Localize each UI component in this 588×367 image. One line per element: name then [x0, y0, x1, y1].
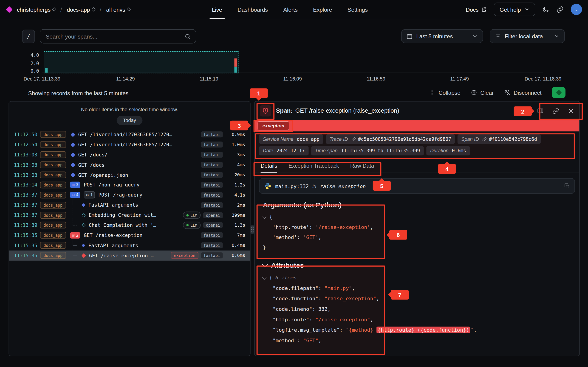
children-count-badge[interactable]: ⊞3 — [70, 182, 80, 188]
close-icon[interactable] — [568, 108, 574, 114]
code-line: "method": "GET", — [263, 335, 571, 346]
detail-tab-raw-data[interactable]: Raw Data — [350, 163, 374, 173]
trace-row[interactable]: 11:15:35docs_app⊟2GET /raise-exceptionfa… — [9, 230, 250, 240]
code-segment: 'GET' — [303, 234, 318, 240]
meta-value: #c5ec5005042796e91d5db42ca9fd9807 — [358, 136, 451, 142]
code-segment: 'method' — [273, 234, 297, 240]
filter-label: Filter local data — [505, 33, 543, 40]
live-status-button[interactable] — [552, 87, 565, 98]
link-icon[interactable] — [552, 108, 559, 114]
span-kind-icon — [81, 203, 85, 207]
children-count-badge[interactable]: ⊟2 — [70, 232, 80, 239]
code-segment: , — [376, 295, 379, 301]
collapse-chevron-icon[interactable] — [262, 275, 267, 279]
trace-row-time: 11:15:35 — [14, 233, 40, 238]
python-icon — [264, 182, 271, 190]
trace-row[interactable]: 11:13:14docs_app⊞3POST /non-rag-queryfas… — [9, 180, 250, 190]
top-nav: christophergs / docs-app / all envs Live… — [0, 0, 588, 19]
trace-row[interactable]: 11:15:35docs_appFastAPI argumentsfastapi… — [9, 240, 250, 250]
code-segment: "{method} — [346, 327, 376, 333]
detail-header-icons — [537, 108, 574, 114]
code-segment: : — [309, 224, 315, 230]
trace-row-time: 11:13:37 — [14, 192, 40, 198]
filter-button[interactable]: Filter local data — [490, 29, 565, 43]
exception-banner: exception — [255, 120, 579, 131]
meta-value: 11:15:35.399 to 11:15:35.399 — [341, 148, 420, 153]
tab-dashboards[interactable]: Dashboards — [237, 0, 268, 19]
tab-live[interactable]: Live — [212, 0, 222, 19]
filter-icon — [495, 33, 501, 39]
badge-count: 1 — [90, 193, 93, 198]
tab-settings[interactable]: Settings — [347, 0, 368, 19]
trace-row[interactable]: 11:13:37docs_appFastAPI argumentsfastapi… — [9, 200, 250, 210]
tree-connector-icon — [73, 250, 79, 261]
avatar[interactable]: - — [571, 4, 582, 15]
detail-tab-exception-traceback[interactable]: Exception Traceback — [288, 163, 339, 173]
meta-label: Trace ID — [330, 136, 348, 142]
time-selection-brush[interactable] — [44, 51, 239, 73]
today-pill[interactable]: Today — [117, 116, 142, 125]
code-segment: , — [318, 337, 321, 343]
span-duration: 1.3s — [226, 223, 245, 228]
panel-resize-handle[interactable] — [251, 225, 254, 234]
trace-row[interactable]: 11:15:35docs_appGET /raise-exception …ex… — [9, 250, 250, 261]
meta-duration: Duration0.6ms — [426, 146, 470, 156]
collapse-chevron-icon[interactable] — [262, 215, 267, 219]
meta-label: Time span — [315, 148, 338, 153]
search-shortcut-key[interactable]: / — [22, 30, 35, 43]
code-segment: : — [318, 285, 325, 291]
attributes-section-toggle[interactable]: Attributes — [263, 261, 571, 270]
records-window-text: Showing records from the last 5 minutes — [28, 90, 128, 96]
link-icon — [556, 6, 564, 13]
children-count-badge[interactable]: ⊘1 — [84, 192, 95, 199]
tab-alerts[interactable]: Alerts — [283, 0, 298, 19]
env-selector[interactable]: all envs — [106, 6, 130, 13]
span-duration: 7ms — [226, 233, 245, 238]
docs-link[interactable]: Docs — [466, 6, 487, 13]
get-help-label: Get help — [500, 6, 521, 13]
span-name: GET /livereload/1270363685/1270… — [78, 132, 172, 137]
search-input[interactable] — [45, 33, 184, 40]
get-help-button[interactable]: Get help — [494, 2, 535, 16]
detail-tab-details[interactable]: Details — [261, 163, 277, 173]
search-box — [40, 29, 196, 43]
time-range-button[interactable]: Last 5 minutes — [401, 29, 483, 43]
meta-trace-id[interactable]: Trace ID#c5ec5005042796e91d5db42ca9fd980… — [326, 134, 455, 144]
collapse-button[interactable]: Collapse — [429, 89, 460, 96]
service-tag: fastapi — [201, 232, 223, 238]
main-nav-tabs: LiveDashboardsAlertsExploreSettings — [212, 0, 368, 19]
trace-row[interactable]: 11:12:50docs_appGET /livereload/12703636… — [9, 130, 250, 140]
share-link-button[interactable] — [556, 6, 564, 13]
trace-row[interactable]: 11:13:37docs_app⊟4⊘1POST /rag-queryfasta… — [9, 190, 250, 200]
dark-mode-toggle[interactable] — [542, 6, 549, 13]
span-kind-icon — [81, 253, 86, 258]
span-detail-header: Span:GET /raise-exception (raise_excepti… — [255, 101, 579, 120]
clear-button[interactable]: Clear — [471, 89, 493, 96]
tab-explore[interactable]: Explore — [313, 0, 332, 19]
service-tag: fastapi — [201, 162, 223, 168]
span-duration: 1.2s — [226, 182, 245, 188]
trace-row[interactable]: 11:12:54docs_appGET /livereload/12703636… — [9, 140, 250, 150]
service-tag: fastapi — [201, 132, 223, 138]
meta-value: #f0110e542c798c6d — [489, 136, 537, 142]
trace-row[interactable]: 11:13:37docs_appEmbedding Creation wit…L… — [9, 210, 250, 220]
copy-button[interactable] — [564, 183, 570, 189]
trace-row[interactable]: 11:13:03docs_appGET /openapi.jsonfastapi… — [9, 170, 250, 180]
span-name: POST /rag-query — [98, 192, 142, 198]
org-selector[interactable]: christophergs — [17, 6, 55, 13]
trace-row[interactable]: 11:13:03docs_appGET /docsfastapi4ms — [9, 160, 250, 170]
project-selector[interactable]: docs-app — [67, 6, 95, 13]
code-line: "code.filepath": "main.py", — [263, 283, 571, 293]
list-actions: Collapse Clear Disconnect — [429, 87, 565, 98]
meta-span-id[interactable]: Span ID#f0110e542c798c6d — [458, 134, 541, 144]
span-kind-icon — [70, 152, 75, 157]
disconnect-button[interactable]: Disconnect — [504, 89, 542, 96]
children-count-badge[interactable]: ⊟4 — [70, 192, 80, 198]
code-segment: 332 — [318, 306, 328, 312]
link-icon — [351, 137, 356, 142]
trace-row[interactable]: 11:13:39docs_appChat Completion with '…L… — [9, 220, 250, 230]
trace-row[interactable]: 11:13:03docs_appGET /docs/fastapi3ms — [9, 150, 250, 160]
dock-panel-icon[interactable] — [537, 108, 544, 114]
code-segment: , — [352, 285, 355, 291]
meta-row-2: Date2024-12-17Time span11:15:35.399 to 1… — [259, 146, 575, 156]
